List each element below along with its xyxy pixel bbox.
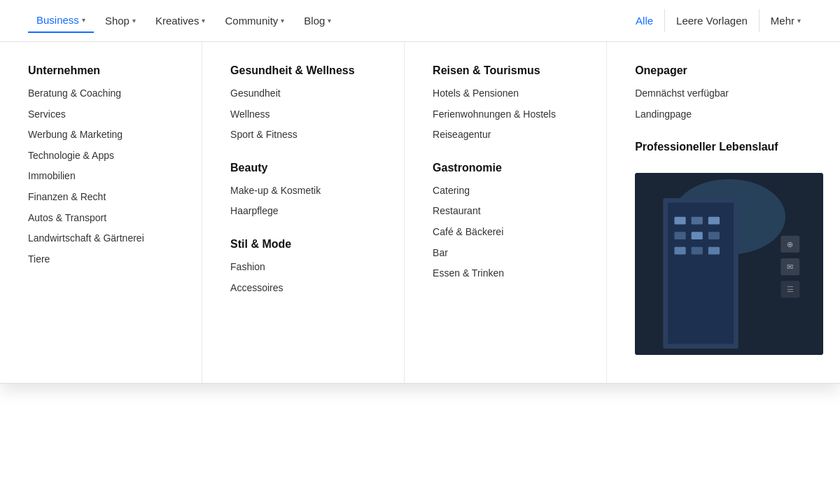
filter-leere-vorlagen-label: Leere Vorlagen bbox=[676, 15, 748, 27]
link-demnaechst[interactable]: Demnächst verfügbar bbox=[635, 87, 823, 101]
section-title-beauty: Beauty bbox=[230, 162, 387, 174]
section-title-lebenslauf: Professioneller Lebenslauf bbox=[635, 141, 823, 153]
chevron-down-icon: ▾ bbox=[202, 17, 205, 24]
link-sport[interactable]: Sport & Fitness bbox=[230, 128, 387, 142]
link-cafe[interactable]: Café & Bäckerei bbox=[433, 225, 589, 239]
link-tiere[interactable]: Tiere bbox=[28, 253, 185, 267]
nav-bar: Business ▾ Shop ▾ Kreatives ▾ Community … bbox=[0, 0, 840, 42]
section-unternehmen: Unternehmen Beratung & Coaching Services… bbox=[28, 64, 185, 266]
section-title-unternehmen: Unternehmen bbox=[28, 64, 185, 77]
nav-item-kreatives[interactable]: Kreatives ▾ bbox=[147, 9, 214, 32]
link-services[interactable]: Services bbox=[28, 108, 185, 122]
section-title-gesundheit: Gesundheit & Wellness bbox=[230, 64, 387, 77]
section-beauty: Beauty Make-up & Kosmetik Haarpflege bbox=[230, 162, 387, 218]
dropdown-col-gesundheit: Gesundheit & Wellness Gesundheit Wellnes… bbox=[202, 42, 405, 340]
filter-mehr[interactable]: Mehr ▾ bbox=[760, 9, 812, 32]
link-landingpage[interactable]: Landingpage bbox=[635, 108, 823, 122]
svg-text:✉: ✉ bbox=[787, 262, 793, 271]
dropdown-col-reisen: Reisen & Tourismus Hotels & Pensionen Fe… bbox=[405, 42, 607, 340]
link-finanzen[interactable]: Finanzen & Recht bbox=[28, 190, 185, 204]
svg-rect-9 bbox=[708, 232, 720, 239]
link-accessoires[interactable]: Accessoires bbox=[230, 281, 387, 295]
link-ferienwohnungen[interactable]: Ferienwohnungen & Hostels bbox=[433, 108, 589, 122]
link-wellness[interactable]: Wellness bbox=[230, 108, 387, 122]
dropdown-col-onepager: Onepager Demnächst verfügbar Landingpage… bbox=[607, 42, 840, 340]
section-stil-mode: Stil & Mode Fashion Accessoires bbox=[230, 238, 387, 295]
link-essen[interactable]: Essen & Trinken bbox=[433, 267, 589, 281]
section-lebenslauf: Professioneller Lebenslauf bbox=[635, 141, 823, 153]
preview-card[interactable]: ⊕ ✉ ☰ bbox=[635, 173, 823, 340]
nav-label-kreatives: Kreatives bbox=[155, 15, 200, 27]
link-beratung[interactable]: Beratung & Coaching bbox=[28, 87, 185, 101]
svg-rect-5 bbox=[692, 217, 703, 225]
svg-text:☰: ☰ bbox=[787, 286, 794, 294]
section-gesundheit: Gesundheit & Wellness Gesundheit Wellnes… bbox=[230, 64, 387, 142]
link-landwirtschaft[interactable]: Landwirtschaft & Gärtnerei bbox=[28, 232, 185, 246]
nav-label-business: Business bbox=[36, 14, 79, 26]
section-reisen: Reisen & Tourismus Hotels & Pensionen Fe… bbox=[433, 64, 589, 142]
chevron-down-icon: ▾ bbox=[328, 17, 331, 24]
nav-label-blog: Blog bbox=[304, 15, 325, 27]
section-gastronomie: Gastronomie Catering Restaurant Café & B… bbox=[433, 162, 589, 281]
nav-left: Business ▾ Shop ▾ Kreatives ▾ Community … bbox=[28, 8, 340, 33]
svg-rect-10 bbox=[675, 247, 686, 255]
filter-alle-label: Alle bbox=[636, 15, 653, 27]
chevron-down-icon: ▾ bbox=[797, 17, 801, 24]
svg-text:⊕: ⊕ bbox=[787, 240, 793, 248]
link-immobilien[interactable]: Immobilien bbox=[28, 169, 185, 183]
section-title-reisen: Reisen & Tourismus bbox=[433, 64, 589, 77]
filter-alle[interactable]: Alle bbox=[624, 9, 665, 32]
section-title-onepager: Onepager bbox=[635, 64, 823, 77]
dropdown-col-unternehmen: Unternehmen Beratung & Coaching Services… bbox=[0, 42, 202, 340]
svg-rect-7 bbox=[675, 232, 686, 239]
link-technologie[interactable]: Technologie & Apps bbox=[28, 149, 185, 163]
nav-label-community: Community bbox=[225, 15, 278, 27]
link-reiseagentur[interactable]: Reiseagentur bbox=[433, 128, 589, 142]
nav-item-business[interactable]: Business ▾ bbox=[28, 8, 94, 33]
link-hotels[interactable]: Hotels & Pensionen bbox=[433, 87, 589, 101]
svg-rect-8 bbox=[692, 232, 703, 239]
svg-rect-6 bbox=[708, 217, 720, 225]
chevron-down-icon: ▾ bbox=[281, 17, 284, 24]
section-onepager: Onepager Demnächst verfügbar Landingpage bbox=[635, 64, 823, 121]
link-restaurant[interactable]: Restaurant bbox=[433, 204, 589, 218]
filter-mehr-label: Mehr bbox=[771, 15, 794, 27]
nav-item-blog[interactable]: Blog ▾ bbox=[295, 9, 340, 32]
svg-rect-11 bbox=[692, 247, 703, 255]
preview-card-image: ⊕ ✉ ☰ bbox=[635, 173, 823, 340]
link-fashion[interactable]: Fashion bbox=[230, 260, 387, 274]
nav-item-community[interactable]: Community ▾ bbox=[216, 9, 293, 32]
link-gesundheit[interactable]: Gesundheit bbox=[230, 87, 387, 101]
link-catering[interactable]: Catering bbox=[433, 184, 589, 198]
section-title-gastronomie: Gastronomie bbox=[433, 162, 589, 174]
link-werbung[interactable]: Werbung & Marketing bbox=[28, 128, 185, 142]
svg-rect-12 bbox=[708, 247, 720, 255]
link-makeup[interactable]: Make-up & Kosmetik bbox=[230, 184, 387, 198]
dropdown-menu: Unternehmen Beratung & Coaching Services… bbox=[0, 42, 840, 340]
preview-card-svg: ⊕ ✉ ☰ bbox=[635, 173, 823, 340]
chevron-down-icon: ▾ bbox=[132, 17, 136, 24]
filter-leere-vorlagen[interactable]: Leere Vorlagen bbox=[665, 9, 760, 32]
chevron-down-icon: ▾ bbox=[82, 16, 85, 24]
link-haarpflege[interactable]: Haarpflege bbox=[230, 204, 387, 218]
link-bar[interactable]: Bar bbox=[433, 246, 589, 260]
svg-rect-4 bbox=[675, 217, 686, 225]
section-title-stil-mode: Stil & Mode bbox=[230, 238, 387, 251]
nav-label-shop: Shop bbox=[105, 15, 130, 27]
link-autos[interactable]: Autos & Transport bbox=[28, 211, 185, 225]
nav-right: Alle Leere Vorlagen Mehr ▾ bbox=[624, 9, 812, 32]
nav-item-shop[interactable]: Shop ▾ bbox=[97, 9, 144, 32]
